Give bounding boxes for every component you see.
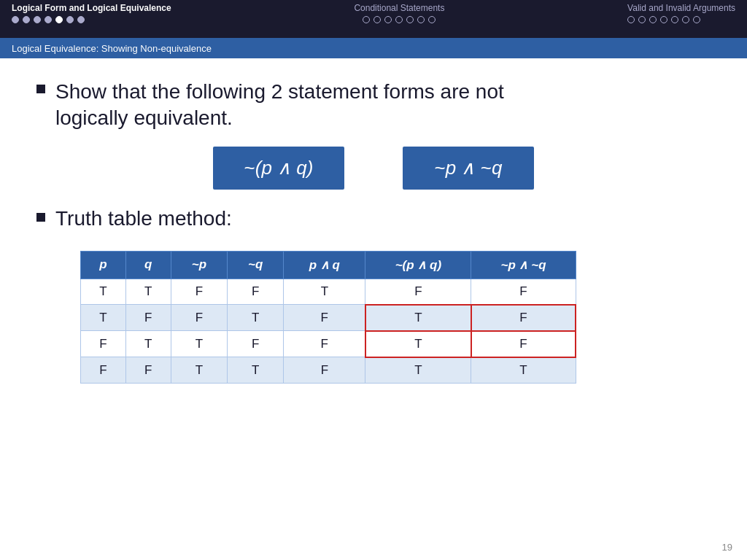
dot: [638, 16, 646, 23]
nav-title-center: Conditional Statements: [354, 3, 444, 13]
table-cell: T: [365, 357, 471, 384]
dot: [682, 16, 689, 23]
col-header-pandq: p ∧ q: [284, 251, 365, 279]
table-row: FFTTFTT: [81, 357, 576, 384]
table-row: FTTFFTF: [81, 331, 576, 357]
col-header-nq: ~q: [228, 251, 284, 279]
table-cell: T: [125, 331, 171, 357]
table-cell: T: [81, 279, 126, 305]
dot: [34, 16, 41, 23]
table-cell: T: [81, 305, 126, 331]
table-cell: F: [81, 331, 126, 357]
dot: [660, 16, 667, 23]
dot-active: [55, 16, 63, 23]
table-cell: F: [471, 305, 576, 331]
var-q-1: q: [296, 157, 306, 179]
nav-dots-center: [363, 16, 436, 23]
table-cell: F: [471, 331, 576, 357]
table-cell: F: [171, 279, 227, 305]
table-cell: T: [171, 357, 227, 384]
table-cell: F: [228, 279, 284, 305]
nav-title-left: Logical Form and Logical Equivalence: [12, 3, 171, 13]
table-cell: T: [228, 357, 284, 384]
nav-dots-left: [12, 16, 85, 23]
table-cell: F: [228, 331, 284, 357]
nav-section-left: Logical Form and Logical Equivalence: [12, 3, 171, 34]
tilde-1: ~: [244, 157, 255, 179]
formula-box-1: ~(p ∧ q): [213, 147, 344, 190]
table-cell: F: [471, 279, 576, 305]
dot: [23, 16, 30, 23]
page-number: 19: [722, 542, 732, 553]
table-cell: T: [228, 305, 284, 331]
main-content: Show that the following 2 statement form…: [0, 58, 747, 538]
col-header-q: q: [125, 251, 171, 279]
table-cell: F: [171, 305, 227, 331]
dot: [395, 16, 403, 23]
bullet-item-1: Show that the following 2 statement form…: [36, 79, 711, 132]
var-q-2: q: [492, 157, 502, 179]
table-cell: F: [125, 305, 171, 331]
formula-row: ~(p ∧ q) ~p ∧ ~q: [36, 147, 711, 190]
table-row: TFFTFTF: [81, 305, 576, 331]
table-cell: F: [284, 331, 365, 357]
table-cell: T: [365, 305, 471, 331]
col-header-npandnq: ~p ∧ ~q: [471, 251, 576, 279]
table-cell: F: [125, 357, 171, 384]
table-row: TTFFTFF: [81, 279, 576, 305]
dot: [77, 16, 85, 23]
table-cell: T: [125, 279, 171, 305]
table-cell: F: [284, 305, 365, 331]
dot: [627, 16, 635, 23]
table-cell: T: [365, 331, 471, 357]
table-cell: F: [284, 357, 365, 384]
dot: [363, 16, 370, 23]
nav-section-center: Conditional Statements: [354, 3, 444, 34]
col-header-np: ~p: [171, 251, 227, 279]
dot: [671, 16, 678, 23]
truth-table-wrapper: p q ~p ~q p ∧ q ~(p ∧ q) ~p ∧ ~q TTFFTFF…: [80, 251, 711, 384]
dot: [44, 16, 52, 23]
bullet-item-2: Truth table method:: [36, 207, 711, 242]
subtitle-bar: Logical Equivalence: Showing Non-equival…: [0, 38, 747, 58]
truth-table: p q ~p ~q p ∧ q ~(p ∧ q) ~p ∧ ~q TTFFTFF…: [80, 251, 576, 384]
dot: [406, 16, 414, 23]
dot: [384, 16, 392, 23]
dot: [374, 16, 381, 23]
table-header-row: p q ~p ~q p ∧ q ~(p ∧ q) ~p ∧ ~q: [81, 251, 576, 279]
tilde-2: ~: [435, 157, 446, 179]
nav-title-right: Valid and Invalid Arguments: [627, 3, 735, 13]
nav-dots-right: [627, 16, 700, 23]
page-number-value: 19: [722, 542, 732, 553]
table-cell: T: [284, 279, 365, 305]
dot: [417, 16, 425, 23]
top-navigation: Logical Form and Logical Equivalence Con…: [0, 0, 747, 38]
dot: [66, 16, 74, 23]
dot: [428, 16, 436, 23]
col-header-p: p: [81, 251, 126, 279]
tilde-3: ~: [481, 157, 492, 179]
table-cell: T: [171, 331, 227, 357]
nav-section-right: Valid and Invalid Arguments: [627, 3, 735, 34]
var-p-1: p: [261, 157, 271, 179]
bullet-square-2: [36, 213, 45, 222]
truth-label: Truth table method:: [55, 207, 232, 230]
var-p-2: p: [446, 157, 456, 179]
formula-box-2: ~p ∧ ~q: [403, 147, 534, 190]
table-cell: T: [471, 357, 576, 384]
dot: [649, 16, 657, 23]
dot: [12, 16, 19, 23]
subtitle-text: Logical Equivalence: Showing Non-equival…: [12, 43, 212, 54]
col-header-npandq: ~(p ∧ q): [365, 251, 471, 279]
bullet-text-1: Show that the following 2 statement form…: [55, 79, 504, 132]
table-cell: F: [365, 279, 471, 305]
table-cell: F: [81, 357, 126, 384]
dot: [693, 16, 700, 23]
bullet-square-1: [36, 85, 45, 93]
